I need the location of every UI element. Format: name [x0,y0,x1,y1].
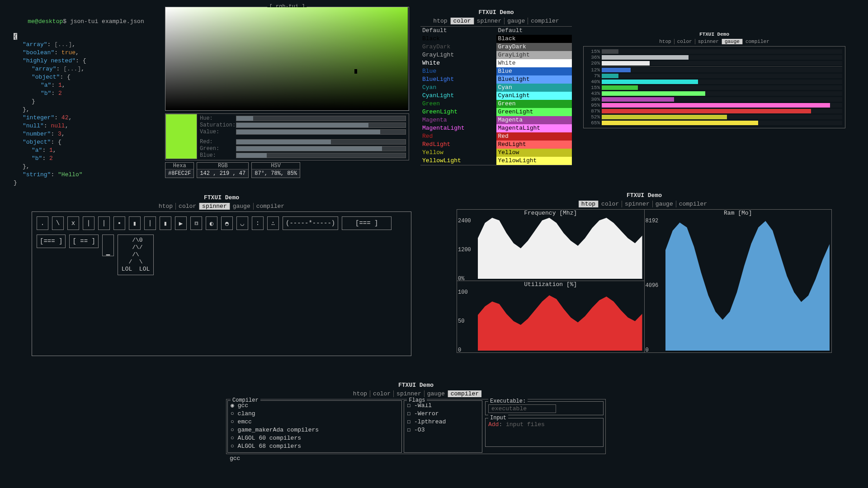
tab-color[interactable]: color [176,203,199,210]
tab-htop[interactable]: htop [350,390,370,397]
tab-spinner[interactable]: spinner [695,39,722,44]
color-background-list: DefaultBlackGrayDarkGrayLightWhiteBlueBl… [496,27,572,165]
color-fg-White: White [420,59,496,67]
tab-gauge[interactable]: gauge [425,390,448,397]
slider-blue[interactable]: Blue: [200,152,406,159]
color-bg-MagentaLight: MagentaLight [496,124,572,132]
color-foreground-list: DefaultBlackGrayDarkGrayLightWhiteBlueBl… [420,27,496,165]
chart-ytick: 4096 [646,282,659,289]
chart-frequency: Frequency [Mhz]240012000% [457,210,644,281]
tab-color[interactable]: color [675,39,695,44]
flags-fieldset: Flags ☐ -Wall☐ -Werror☐ -lpthread☐ -O3 [404,400,482,453]
svg-marker-1 [478,296,642,351]
tab-htop[interactable]: htop [156,203,176,210]
demo-title: FTXUI Demo [226,382,606,389]
gauge-row: 52% [586,114,842,120]
color-bg-BlueLight: BlueLight [496,75,572,84]
tab-compiler[interactable]: compiler [676,201,710,207]
tab-gauge[interactable]: gauge [722,39,743,44]
radio-ALGOL-60-compilers[interactable]: ○ ALGOL 60 compilers [231,434,399,442]
gauge-row: 65% [586,120,842,126]
spinner-cell: ▪ [113,216,125,230]
tab-gauge[interactable]: gauge [505,18,528,24]
color-fg-BlueLight: BlueLight [420,75,496,84]
tab-compiler[interactable]: compiler [254,203,287,210]
hsv-readout[interactable]: HSV 87°, 78%, 85% [251,162,300,178]
htop-demo-panel: FTXUI Demo htopcolorspinnergaugecompiler… [457,192,832,353]
tabs-compiler: htopcolorspinnergaugecompiler [226,390,606,397]
color-bg-RedLight: RedLight [496,141,572,149]
demo-title: FTXUI Demo [420,9,572,16]
tab-gauge[interactable]: gauge [230,203,254,210]
executable-fieldset: Executable: executable [485,401,604,415]
spinner-cell: ▁ [102,235,114,256]
gauge-row: 20% [586,61,842,66]
check--Werror[interactable]: ☐ -Werror [407,410,479,418]
tab-compiler[interactable]: compiler [448,390,481,397]
color-fg-CyanLight: CyanLight [420,92,496,100]
gauge-demo-panel: FTXUI Demo htopcolorspinnergaugecompiler… [583,32,845,128]
color-fg-Black: Black [420,35,496,43]
spinner-cell: ∴ [267,216,279,230]
json-tui-panel: me@desktop$ json-tui example.json { "arr… [14,11,154,187]
radio-ALGOL-68-compilers[interactable]: ○ ALGOL 68 compilers [231,442,399,450]
prompt-command: json-tui example.json [70,18,144,25]
tab-htop[interactable]: htop [656,39,674,44]
tab-spinner[interactable]: spinner [199,203,230,210]
radio-emcc[interactable]: ○ emcc [231,418,399,426]
tabs-spinner: htopcolorspinnergaugecompiler [32,203,411,210]
spinner-cell: ◓ [221,216,233,230]
spinner-cell: ▮ [129,216,141,230]
sv-cursor[interactable] [354,69,357,74]
color-fg-Green: Green [420,100,496,108]
spinner-cell: ▶ [175,216,187,230]
prompt-user: me [28,18,35,25]
json-tree[interactable]: { "array": [...], "boolean": true, "high… [14,33,154,187]
tab-color[interactable]: color [451,18,474,24]
chart-title: Ram [Mo] [724,210,752,216]
chart-ytick: 50 [458,318,464,324]
rgb-readout[interactable]: RGB 142 , 219 , 47 [197,162,249,178]
slider-green[interactable]: Green: [200,145,406,152]
check--lpthread[interactable]: ☐ -lpthread [407,418,479,426]
slider-hue[interactable]: Hue: [200,115,406,122]
gauge-row: 30% [586,97,842,102]
hexa-readout[interactable]: Hexa #8FEC2F [165,162,194,178]
tab-spinner[interactable]: spinner [622,201,653,207]
tab-htop[interactable]: htop [579,201,599,207]
executable-input[interactable]: executable [488,404,556,413]
tab-spinner[interactable]: spinner [474,18,505,24]
slider-red[interactable]: Red: [200,139,406,145]
tab-compiler[interactable]: compiler [528,18,561,24]
color-bg-Yellow: Yellow [496,149,572,157]
radio-game_makerAda-compilers[interactable]: ○ game_makerAda compilers [231,426,399,434]
gauge-row: 15% [586,85,842,90]
tabs-color: htopcolorspinnergaugecompiler [420,18,572,24]
compiler-output: gcc [226,454,606,463]
spinner-cell: ◡ [236,216,248,230]
tab-color[interactable]: color [599,201,622,207]
add-button[interactable]: Add [488,421,499,428]
check--O3[interactable]: ☐ -O3 [407,426,479,434]
tab-htop[interactable]: htop [430,18,450,24]
slider-saturation[interactable]: Saturation: [200,122,406,128]
gauge-row [586,66,842,67]
chart-ytick: 2400 [458,218,471,224]
spinner-cell: | [83,216,94,230]
tab-compiler[interactable]: compiler [743,39,772,44]
tab-color[interactable]: color [370,390,394,397]
slider-value[interactable]: Value: [200,129,406,135]
prompt-host: @desktop [35,18,63,25]
color-swatch [165,114,197,159]
radio-clang[interactable]: ○ clang [231,410,399,418]
spinner-cell: ▮ [160,216,171,230]
color-demo-panel: FTXUI Demo htopcolorspinnergaugecompiler… [420,9,572,165]
tab-gauge[interactable]: gauge [653,201,676,207]
spinner-cell: ◐ [206,216,217,230]
tab-spinner[interactable]: spinner [394,390,425,397]
color-fg-GrayDark: GrayDark [420,43,496,51]
compiler-demo-panel: FTXUI Demo htopcolorspinnergaugecompiler… [226,382,606,463]
svg-marker-0 [478,218,642,279]
input-files-placeholder[interactable]: input files [506,421,545,428]
saturation-value-picker[interactable] [165,7,408,110]
